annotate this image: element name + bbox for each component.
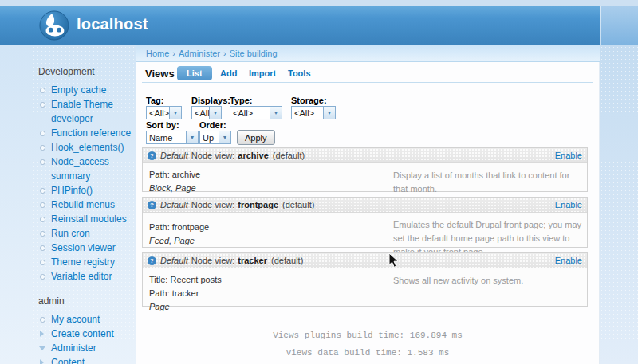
sidebar-item-label[interactable]: PHPinfo() [51, 185, 93, 196]
mouse-cursor [388, 252, 399, 268]
view-displays: Page [149, 300, 581, 314]
help-icon[interactable]: ? [148, 201, 156, 209]
sidebar-item-empty-cache[interactable]: Empty cache [40, 83, 136, 97]
tab-tools[interactable]: Tools [286, 66, 313, 80]
bullet-circle-icon [40, 145, 45, 151]
sidebar-item-content-management[interactable]: Content management [40, 355, 115, 364]
bullet-circle-icon [40, 202, 45, 208]
bullet-circle-icon [40, 131, 45, 136]
sidebar-section-development: Development [38, 66, 136, 77]
storage-filter-select[interactable]: <All> ▼ [291, 106, 336, 119]
sidebar-item-hook-elements[interactable]: Hook_elements() [40, 140, 136, 155]
drupal-admin-screen: localhost Home›Administer›Site building … [0, 0, 638, 364]
sidebar-item-label[interactable]: My account [51, 314, 100, 325]
view-suffix: (default) [273, 151, 305, 160]
view-row-body: Path: archive Block, Page Display a list… [143, 163, 587, 200]
sidebar-item-label[interactable]: Administer [51, 342, 96, 354]
sidebar-item-theme-registry[interactable]: Theme registry [40, 255, 136, 269]
bullet-circle-icon [40, 88, 45, 93]
sidebar-item-label[interactable]: Run cron [51, 228, 90, 239]
bullet-circle-icon [40, 231, 45, 237]
sidebar-nav: Development Empty cache Enable Theme dev… [38, 66, 136, 364]
sort-by-label: Sort by: [146, 120, 179, 130]
sidebar-item-run-cron[interactable]: Run cron [40, 226, 136, 241]
view-row-header: ? Default Node view: frontpage (default)… [143, 198, 587, 213]
sidebar-item-node-access-summary[interactable]: Node_access summary [40, 155, 136, 183]
header-bar-right [600, 6, 638, 45]
chevron-down-icon[interactable]: ▼ [169, 107, 181, 119]
top-strip [0, 0, 638, 6]
chevron-down-icon[interactable]: ▼ [270, 107, 282, 119]
tag-filter-select[interactable]: <All> ▼ [146, 106, 182, 119]
sidebar-item-enable-theme-developer[interactable]: Enable Theme developer [40, 97, 136, 126]
triangle-expanded-icon[interactable] [39, 346, 45, 350]
sidebar-section-admin: admin [38, 296, 136, 307]
apply-button[interactable]: Apply [237, 130, 275, 145]
sidebar-item-label[interactable]: Theme registry [51, 256, 115, 268]
right-background [600, 45, 638, 364]
sidebar-item-label[interactable]: Function reference [51, 127, 131, 139]
sidebar-item-my-account[interactable]: My account [40, 312, 136, 327]
sidebar-item-function-reference[interactable]: Function reference [40, 126, 136, 140]
tab-add[interactable]: Add [219, 66, 238, 80]
tab-import[interactable]: Import [247, 66, 278, 80]
sidebar-item-label[interactable]: Create content [51, 328, 114, 339]
sidebar-item-label[interactable]: Content management [51, 357, 107, 364]
tab-list[interactable]: List [177, 66, 212, 80]
sort-by-select[interactable]: Name ▼ [146, 131, 199, 144]
sidebar-item-administer[interactable]: Administer [40, 341, 136, 355]
enable-link[interactable]: Enable [555, 256, 582, 265]
chevron-down-icon[interactable]: ▼ [186, 131, 198, 143]
view-kind-label: Node view: [191, 256, 234, 265]
bullet-circle-icon [40, 274, 45, 280]
sidebar-item-label[interactable]: Variable editor [51, 271, 112, 282]
breadcrumb-separator: › [172, 49, 175, 58]
view-row-header: ? Default Node view: tracker (default) E… [143, 253, 587, 268]
view-type-label: Default [160, 256, 188, 265]
enable-link[interactable]: Enable [555, 200, 582, 209]
sidebar-item-label[interactable]: Rebuild menus [51, 199, 115, 210]
sidebar-item-create-content[interactable]: Create content [40, 327, 136, 341]
help-icon[interactable]: ? [148, 151, 156, 160]
triangle-collapsed-icon[interactable] [40, 331, 44, 337]
chevron-down-icon[interactable]: ▼ [209, 107, 221, 119]
triangle-collapsed-icon[interactable] [40, 359, 44, 364]
sidebar-item-reinstall-modules[interactable]: Reinstall modules [40, 212, 136, 226]
chevron-down-icon[interactable]: ▼ [323, 107, 335, 119]
order-label: Order: [199, 120, 226, 130]
admin-menu: My account Create content Administer Con… [38, 312, 136, 364]
sidebar-item-label[interactable]: Hook_elements() [51, 142, 124, 153]
view-suffix: (default) [282, 200, 314, 209]
order-select[interactable]: Up ▼ [199, 131, 231, 144]
type-filter-select[interactable]: <All> ▼ [230, 106, 282, 119]
breadcrumb-home[interactable]: Home [146, 49, 169, 58]
bullet-circle-icon [40, 317, 45, 323]
sidebar-item-label[interactable]: Enable Theme developer [51, 99, 113, 124]
bullet-circle-icon [40, 245, 45, 251]
view-suffix: (default) [271, 256, 303, 265]
drupal-logo-icon[interactable] [39, 10, 69, 41]
displays-filter-label: Displays: [191, 96, 230, 105]
sidebar-item-label[interactable]: Empty cache [51, 84, 106, 96]
view-row-frontpage: ? Default Node view: frontpage (default)… [142, 197, 588, 248]
sidebar-item-rebuild-menus[interactable]: Rebuild menus [40, 198, 136, 212]
sidebar-item-phpinfo[interactable]: PHPinfo() [40, 183, 136, 198]
chevron-down-icon[interactable]: ▼ [219, 131, 230, 143]
sidebar-item-session-viewer[interactable]: Session viewer [40, 241, 136, 255]
view-name: frontpage [238, 200, 278, 209]
help-icon[interactable]: ? [148, 256, 156, 265]
breadcrumb-administer[interactable]: Administer [179, 49, 220, 58]
page-title: Views [145, 68, 175, 80]
sidebar-item-label[interactable]: Session viewer [51, 242, 116, 253]
enable-link[interactable]: Enable [555, 151, 582, 160]
displays-filter-select[interactable]: <All> ▼ [191, 106, 222, 119]
development-menu: Empty cache Enable Theme developer Funct… [38, 83, 136, 284]
views-data-build-time: Views data build time: 1.583 ms [136, 348, 600, 358]
breadcrumb-site-building[interactable]: Site building [230, 49, 278, 58]
sidebar-item-label[interactable]: Reinstall modules [51, 213, 127, 225]
type-filter-label: Type: [230, 96, 253, 105]
view-row-tracker: ? Default Node view: tracker (default) E… [142, 252, 588, 307]
tag-filter-label: Tag: [146, 96, 163, 105]
sidebar-item-label[interactable]: Node_access summary [51, 156, 109, 182]
sidebar-item-variable-editor[interactable]: Variable editor [40, 269, 136, 284]
